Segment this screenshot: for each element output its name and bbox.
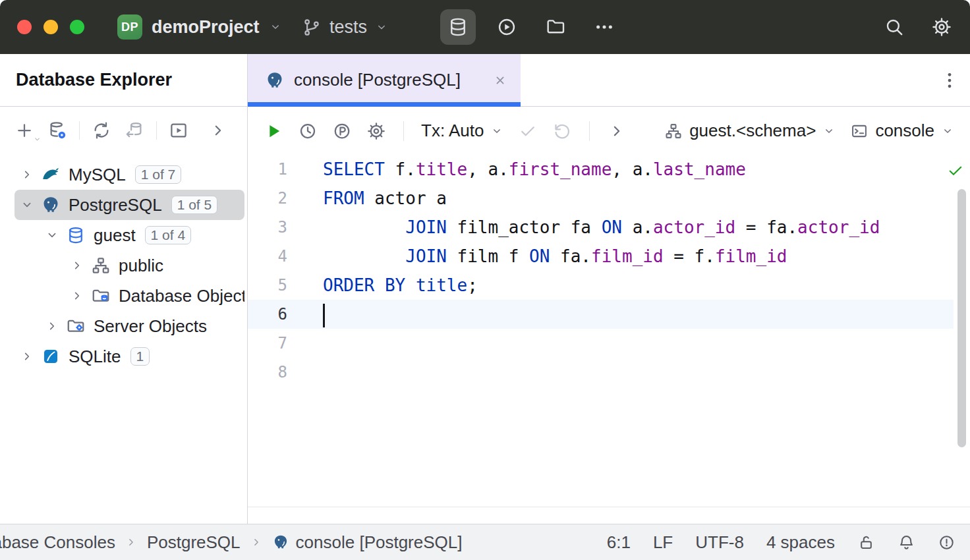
breadcrumb-label: PostgreSQL [147, 532, 241, 553]
expand-chevron-icon[interactable] [17, 198, 37, 212]
titlebar-right-buttons [879, 12, 957, 42]
close-tab-button[interactable] [493, 73, 507, 88]
expand-chevron-icon[interactable] [67, 258, 87, 273]
breadcrumbs: Database ConsolesPostgreSQLconsole [Post… [0, 532, 462, 553]
commit-button[interactable] [513, 116, 543, 146]
plus-icon [14, 121, 34, 140]
code-line-8[interactable] [320, 358, 970, 387]
zoom-window-button[interactable] [70, 20, 84, 34]
close-window-button[interactable] [17, 20, 32, 34]
tree-item-badge: 1 of 4 [145, 226, 192, 244]
tree-item-mysql[interactable]: MySQL 1 of 7 [14, 159, 244, 190]
transaction-mode-selector[interactable]: Tx: Auto [416, 121, 509, 141]
code-line-4[interactable]: JOIN film f ON fa.film_id = f.film_id [320, 242, 970, 271]
search-icon [884, 16, 905, 38]
expand-chevron-icon[interactable] [42, 319, 62, 333]
transaction-mode-label: Tx: Auto [421, 121, 484, 141]
scrollbar-thumb[interactable] [957, 189, 966, 447]
refresh-button[interactable] [87, 116, 116, 145]
postgres-icon [41, 195, 61, 215]
chevron-right-icon [208, 121, 228, 140]
notifications-button[interactable] [898, 534, 915, 551]
branch-name: tests [329, 17, 367, 38]
schema-icon [91, 256, 111, 275]
database-icon [66, 225, 86, 245]
tree-item-database-objects[interactable]: Database Objects [14, 281, 244, 311]
tree-item-guest[interactable]: guest 1 of 4 [14, 220, 244, 250]
tree-item-server-objects[interactable]: Server Objects [14, 311, 244, 341]
tree-item-label: MySQL [69, 165, 126, 185]
chevron-down-icon [269, 20, 282, 34]
more-tool-windows-button[interactable] [586, 9, 622, 45]
code-line-5[interactable]: ORDER BY title; [320, 271, 970, 300]
minimize-window-button[interactable] [43, 20, 58, 34]
expand-chevron-icon[interactable] [42, 228, 62, 242]
gear-icon [931, 16, 952, 38]
expand-chevron-icon[interactable] [17, 349, 37, 364]
lock-button[interactable] [857, 534, 875, 551]
breadcrumb-label: Database Consoles [0, 532, 115, 553]
toolbar-divider [589, 121, 590, 141]
project-widget[interactable]: DP demoProject [117, 14, 282, 40]
data-source-properties-button[interactable] [43, 116, 72, 145]
code-editor[interactable]: 12345678 SELECT f.title, a.first_name, a… [248, 155, 970, 507]
console-settings-button[interactable] [361, 116, 391, 146]
tree-item-sqlite[interactable]: SQLite 1 [14, 341, 244, 372]
project-files-button[interactable] [538, 9, 573, 45]
editor-tab-bar: console [PostgreSQL] [248, 54, 970, 107]
code-line-1[interactable]: SELECT f.title, a.first_name, a.last_nam… [320, 155, 970, 184]
execution-plan-button[interactable] [327, 116, 357, 146]
inspections-widget-button[interactable] [938, 534, 956, 551]
explorer-toolbar [0, 107, 247, 154]
db-objects-icon [91, 286, 111, 306]
tree-item-public[interactable]: public [14, 250, 244, 281]
text-caret [323, 304, 325, 327]
vcs-branch-widget[interactable]: tests [302, 17, 388, 38]
code-lines[interactable]: SELECT f.title, a.first_name, a.last_nam… [320, 155, 970, 507]
ellipsis-icon [594, 16, 615, 38]
tree-item-label: PostgreSQL [69, 195, 162, 215]
services-tool-button[interactable] [489, 9, 525, 45]
file-encoding[interactable]: UTF-8 [695, 532, 744, 553]
panel-title: Database Explorer [16, 70, 172, 90]
open-console-button[interactable] [164, 116, 193, 145]
expand-chevron-icon[interactable] [67, 289, 87, 303]
p-circle-icon [332, 121, 352, 141]
rollback-button[interactable] [547, 116, 577, 146]
schema-selector[interactable]: guest.<schema> [659, 121, 841, 141]
indent-style[interactable]: 4 spaces [766, 532, 835, 553]
chevron-down-icon [33, 135, 42, 144]
console-selector-label: console [875, 121, 934, 141]
query-history-button[interactable] [293, 116, 323, 146]
jump-to-console-button[interactable] [120, 116, 149, 145]
more-actions-button[interactable] [602, 116, 632, 146]
database-tool-button[interactable] [440, 9, 476, 45]
caret-position[interactable]: 6:1 [607, 532, 631, 553]
status-bar: Database ConsolesPostgreSQLconsole [Post… [0, 524, 970, 560]
window-controls [17, 20, 84, 34]
tab-console-postgresql[interactable]: console [PostgreSQL] [248, 54, 521, 106]
application-window: DP demoProject tests Database Explorer [0, 0, 970, 560]
panel-play-icon [169, 121, 188, 140]
breadcrumb-console-postgresql[interactable]: console [PostgreSQL] [272, 532, 463, 553]
search-everywhere-button[interactable] [879, 12, 909, 42]
line-separator[interactable]: LF [653, 532, 673, 553]
bell-icon [898, 534, 915, 551]
code-line-7[interactable] [320, 329, 970, 358]
tree-item-postgresql[interactable]: PostgreSQL 1 of 5 [14, 190, 244, 220]
settings-button[interactable] [927, 12, 957, 42]
tab-options-button[interactable] [940, 70, 959, 90]
more-toolbar-actions-button[interactable] [204, 116, 233, 145]
code-line-6[interactable] [320, 300, 970, 329]
breadcrumb-postgresql[interactable]: PostgreSQL [147, 532, 241, 553]
tree-item-label: SQLite [69, 347, 121, 367]
console-selector[interactable]: console [845, 121, 959, 141]
panel-header: Database Explorer [0, 54, 247, 107]
code-line-3[interactable]: JOIN film_actor fa ON a.actor_id = fa.ac… [320, 213, 970, 242]
code-line-2[interactable]: FROM actor a [320, 184, 970, 213]
expand-chevron-icon[interactable] [17, 167, 37, 182]
kebab-menu-icon [940, 70, 959, 90]
breadcrumb-database-consoles[interactable]: Database Consoles [0, 532, 115, 553]
run-query-button[interactable] [258, 116, 289, 146]
new-data-source-button[interactable] [10, 116, 39, 145]
